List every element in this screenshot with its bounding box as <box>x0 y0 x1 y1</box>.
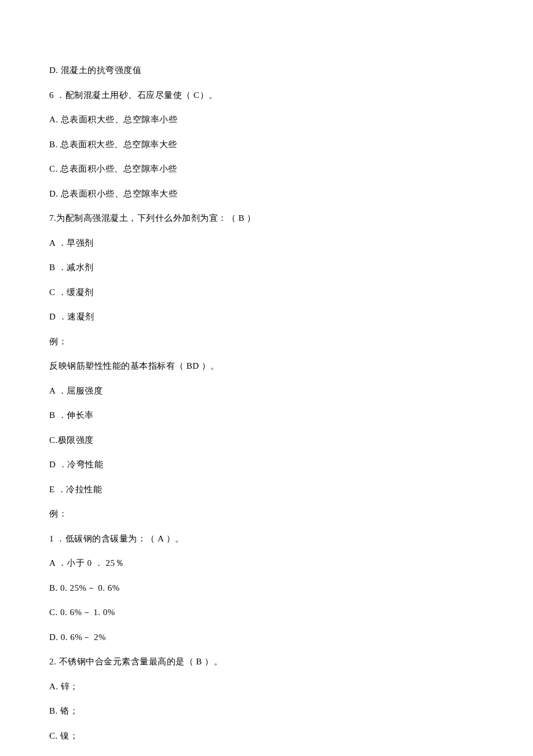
text-line: A. 总表面积大些、总空隙率小些 <box>49 113 484 126</box>
text-line: 例： <box>49 335 484 348</box>
text-line: D ．冷弯性能 <box>49 458 484 471</box>
text-line: A ．早强剂 <box>49 237 484 250</box>
text-line: B ．伸长率 <box>49 409 484 422</box>
text-line: 例： <box>49 507 484 521</box>
text-line: D. 0. 6%－ 2% <box>49 631 484 644</box>
text-line: 1 ．低碳钢的含碳量为：（ A ）。 <box>49 532 484 546</box>
text-line: E ．冷拉性能 <box>49 483 484 496</box>
document-content: D. 混凝土的抗弯强度值6 ．配制混凝土用砂、石应尽量使（ C）。A. 总表面积… <box>49 64 484 756</box>
text-line: D. 铜 <box>49 754 484 756</box>
text-line: C.极限强度 <box>49 434 484 447</box>
text-line: C. 镍； <box>49 729 484 743</box>
text-line: D. 总表面积小些、总空隙率大些 <box>49 187 484 201</box>
text-line: 反映钢筋塑性性能的基本指标有（ BD ）。 <box>49 359 484 373</box>
text-line: 2. 不锈钢中合金元素含量最高的是（ B ）。 <box>49 655 484 668</box>
text-line: A. 锌； <box>49 680 484 693</box>
text-line: B. 0. 25%－ 0. 6% <box>49 581 484 595</box>
text-line: B. 铬； <box>49 704 484 718</box>
text-line: C ．缓凝剂 <box>49 286 484 299</box>
text-line: C. 总表面积小些、总空隙率小些 <box>49 162 484 176</box>
text-line: B ．减水剂 <box>49 261 484 274</box>
text-line: 7.为配制高强混凝土，下列什么外加剂为宜：（ B ） <box>49 212 484 225</box>
text-line: C. 0. 6%－ 1. 0% <box>49 606 484 619</box>
text-line: A ．小于 0 ． 25％ <box>49 557 484 570</box>
text-line: 6 ．配制混凝土用砂、石应尽量使（ C）。 <box>49 89 484 102</box>
text-line: B. 总表面积大些、总空隙率大些 <box>49 138 484 151</box>
text-line: A ．屈服强度 <box>49 384 484 398</box>
text-line: D. 混凝土的抗弯强度值 <box>49 64 484 77</box>
text-line: D ．速凝剂 <box>49 310 484 324</box>
